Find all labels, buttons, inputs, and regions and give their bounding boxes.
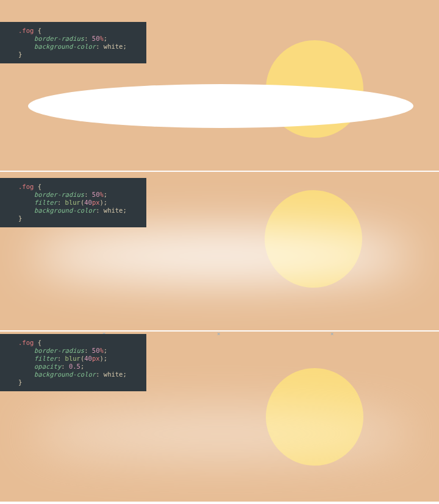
css-code-block-2: .fog {border-radius: 50%;filter: blur(40… xyxy=(0,178,146,227)
code-selector: .fog xyxy=(18,27,34,34)
code-prop: border-radius xyxy=(34,191,84,198)
css-code-block-3: .fog {border-radius: 50%;filter: blur(40… xyxy=(0,334,146,391)
fog-shape xyxy=(28,234,413,278)
code-value-ident: white xyxy=(104,43,123,50)
code-value-ident: white xyxy=(104,371,123,378)
code-prop: filter xyxy=(34,355,57,362)
code-prop: border-radius xyxy=(34,35,84,42)
code-prop: background-color xyxy=(34,371,96,378)
code-value-num: 40 xyxy=(84,355,92,362)
code-prop: filter xyxy=(34,199,57,206)
css-code-block-1: .fog {border-radius: 50%;background-colo… xyxy=(0,22,146,63)
code-fn: blur xyxy=(65,199,80,206)
guide-cross-icon: × xyxy=(217,332,220,337)
fog-shape xyxy=(28,412,413,456)
fog-shape xyxy=(28,84,413,128)
example-panel-1: .fog {border-radius: 50%;background-colo… xyxy=(0,0,439,172)
code-value-num: 50 xyxy=(92,35,100,42)
code-prop: background-color xyxy=(34,207,96,214)
example-panel-3: × × × .fog {border-radius: 50%;filter: b… xyxy=(0,332,439,503)
code-value-num: 40 xyxy=(84,199,92,206)
guide-cross-icon: × xyxy=(330,332,334,337)
code-value-num: 0.5 xyxy=(69,363,80,370)
code-prop: background-color xyxy=(34,43,96,50)
code-value-unit: px xyxy=(92,355,100,362)
code-selector: .fog xyxy=(18,339,34,346)
code-prop: border-radius xyxy=(34,347,84,354)
code-value-ident: white xyxy=(104,207,123,214)
code-selector: .fog xyxy=(18,183,34,190)
code-prop: opacity xyxy=(34,363,61,370)
code-open-brace: { xyxy=(38,27,41,34)
code-fn: blur xyxy=(65,355,80,362)
code-value-num: 50 xyxy=(92,347,100,354)
code-value-unit: px xyxy=(92,199,100,206)
code-close-brace: } xyxy=(18,51,22,58)
example-panel-2: .fog {border-radius: 50%;filter: blur(40… xyxy=(0,172,439,332)
code-value-num: 50 xyxy=(92,191,100,198)
